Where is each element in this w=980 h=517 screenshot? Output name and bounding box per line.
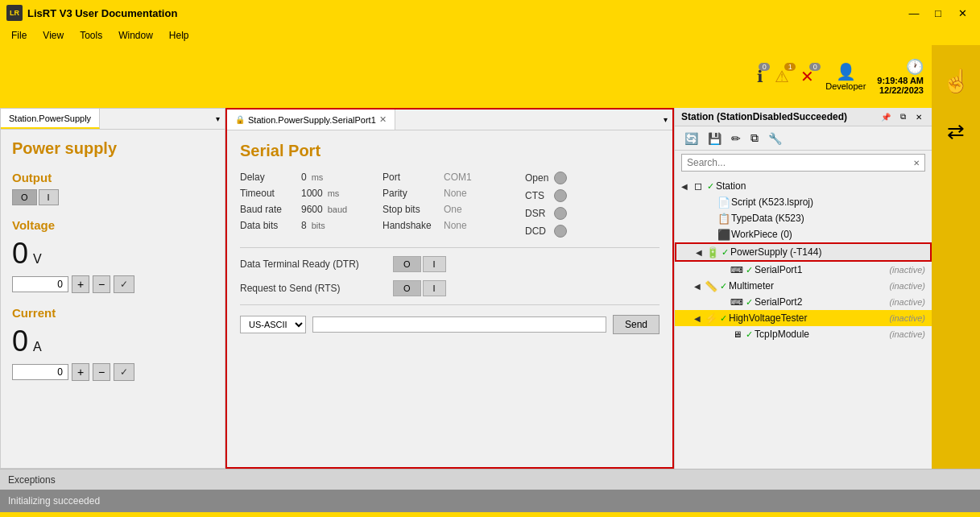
powersupply-expand[interactable]: ◀ <box>693 246 705 258</box>
tree-item-station[interactable]: ◀ ◻ ✓ Station <box>675 178 932 194</box>
error-badge: 0 <box>809 63 821 71</box>
databits-label: Data bits <box>240 220 296 231</box>
station-check: ✓ <box>707 181 714 192</box>
menu-window[interactable]: Window <box>112 28 159 43</box>
timeout-unit: ms <box>328 188 340 198</box>
serial-status: Open CTS DSR DCD <box>525 172 660 238</box>
serialport2-check: ✓ <box>746 297 753 308</box>
port-row: Port COM1 <box>382 172 517 183</box>
menu-view[interactable]: View <box>36 28 70 43</box>
middle-tab-label: Station.PowerSupply.SerialPort1 <box>248 115 376 125</box>
voltage-control: Voltage 0 V + − ✓ <box>12 218 213 293</box>
status-text: Initializing succeeded <box>8 495 100 507</box>
menu-file[interactable]: File <box>5 28 33 43</box>
middle-tab-dropdown[interactable]: ▾ <box>659 110 672 130</box>
station-expand[interactable]: ◀ <box>678 180 691 192</box>
tree-item-serialport2[interactable]: ▶ ⌨ ✓ SerialPort2 (inactive) <box>675 294 932 310</box>
tcpip-icon: 🖥 <box>730 329 744 340</box>
left-tab-dropdown[interactable]: ▾ <box>211 109 225 129</box>
refresh-tool-btn[interactable]: 🔄 <box>681 130 701 147</box>
databits-row: Data bits 8 bits <box>240 220 374 231</box>
left-tab-powersupply[interactable]: Station.PowerSupply <box>1 109 100 129</box>
middle-tab-serialport[interactable]: 🔒 Station.PowerSupply.SerialPort1 ✕ <box>227 110 395 130</box>
tree-item-typedata[interactable]: ▶ 📋 TypeData (K523) <box>675 210 932 226</box>
output-on-btn[interactable]: I <box>39 189 59 205</box>
current-plus-btn[interactable]: + <box>72 363 89 381</box>
save-tool-btn[interactable]: 💾 <box>705 130 725 147</box>
pin-button[interactable]: 📌 <box>878 111 894 122</box>
tcpip-status: (inactive) <box>889 329 928 339</box>
send-input[interactable] <box>312 316 606 333</box>
output-label: Output <box>12 171 213 184</box>
tree-item-multimeter[interactable]: ◀ 📏 ✓ Multimeter (inactive) <box>675 278 932 294</box>
serialport1-check: ✓ <box>746 265 753 275</box>
dcd-label: DCD <box>525 225 549 237</box>
tcpip-label: TcpIpModule <box>755 329 889 340</box>
databits-value: 8 <box>301 220 307 231</box>
voltage-minus-btn[interactable]: − <box>93 275 110 293</box>
multimeter-expand[interactable]: ◀ <box>691 279 704 292</box>
multimeter-check: ✓ <box>720 281 727 292</box>
search-clear-btn[interactable]: ✕ <box>908 157 924 169</box>
title-bar-left: LR LisRT V3 User Documentation <box>6 5 177 21</box>
voltage-input[interactable] <box>12 276 68 292</box>
voltage-check-btn[interactable]: ✓ <box>114 275 134 293</box>
current-minus-btn[interactable]: − <box>93 363 110 381</box>
serialport2-icon: ⌨ <box>730 296 744 308</box>
touch-icon[interactable]: ☝ <box>942 68 970 94</box>
tree-item-tcpip[interactable]: ▶ 🖥 ✓ TcpIpModule (inactive) <box>675 326 932 342</box>
tree-item-highvoltagetester[interactable]: ◀ ⚡ ✓ HighVoltageTester (inactive) <box>675 310 932 326</box>
left-panel-title: Power supply <box>12 139 213 158</box>
float-button[interactable]: ⧉ <box>897 111 909 122</box>
settings-tool-btn[interactable]: 🔧 <box>765 130 785 147</box>
output-off-btn[interactable]: O <box>12 189 37 205</box>
app-title: LisRT V3 User Documentation <box>27 7 177 19</box>
maximize-button[interactable]: □ <box>927 5 949 21</box>
menu-tools[interactable]: Tools <box>73 28 109 43</box>
dtr-on-btn[interactable]: I <box>423 256 446 272</box>
copy-tool-btn[interactable]: ⧉ <box>747 130 762 147</box>
tree-item-script[interactable]: ▶ 📄 Script (K523.lsproj) <box>675 194 932 210</box>
voltage-plus-btn[interactable]: + <box>72 275 89 293</box>
hv-label: HighVoltageTester <box>729 312 889 324</box>
right-panel-header: Station (StationDisabledSucceeded) 📌 ⧉ ✕ <box>675 108 932 126</box>
repeat-icon[interactable]: ⇄ <box>947 119 965 144</box>
send-button[interactable]: Send <box>613 315 660 334</box>
tree-item-serialport1[interactable]: ▶ ⌨ ✓ SerialPort1 (inactive) <box>675 262 932 278</box>
current-value: 0 <box>12 325 28 358</box>
app-logo: LR <box>6 5 23 21</box>
handshake-value: None <box>444 220 467 231</box>
typedata-icon: 📋 <box>717 213 731 224</box>
minimize-button[interactable]: — <box>903 5 925 21</box>
hv-expand[interactable]: ◀ <box>691 312 704 325</box>
rts-on-btn[interactable]: I <box>423 280 446 296</box>
tree-item-workpiece[interactable]: ▶ ⬛ WorkPiece (0) <box>675 226 932 242</box>
tree-item-powersupply[interactable]: ◀ 🔋 ✓ PowerSupply (-T144) <box>675 242 932 262</box>
search-input[interactable] <box>682 155 908 171</box>
parity-value: None <box>444 188 467 199</box>
close-panel-button[interactable]: ✕ <box>912 111 925 122</box>
voltage-unit: V <box>33 252 42 267</box>
rts-off-btn[interactable]: O <box>393 280 421 296</box>
powersupply-label: PowerSupply (-T144) <box>730 246 927 258</box>
serialport1-label: SerialPort1 <box>755 264 889 275</box>
rts-label: Request to Send (RTS) <box>240 283 385 294</box>
voltage-label: Voltage <box>12 218 213 232</box>
multimeter-icon: 📏 <box>704 280 718 292</box>
delay-row: Delay 0 ms <box>240 172 374 183</box>
close-button[interactable]: ✕ <box>951 5 974 21</box>
dtr-off-btn[interactable]: O <box>393 256 421 272</box>
script-icon: 📄 <box>717 196 731 208</box>
multimeter-label: Multimeter <box>729 280 889 292</box>
current-input[interactable] <box>12 364 68 380</box>
bottom-bar: Initializing succeeded <box>0 490 980 512</box>
current-check-btn[interactable]: ✓ <box>114 363 134 381</box>
menu-help[interactable]: Help <box>163 28 196 43</box>
cts-dot <box>554 189 567 202</box>
open-status: Open <box>525 172 660 184</box>
user-info: 👤 Developer <box>825 62 866 91</box>
encoding-select[interactable]: US-ASCII <box>240 316 306 333</box>
middle-tab-close[interactable]: ✕ <box>379 114 387 125</box>
edit-tool-btn[interactable]: ✏ <box>728 130 744 147</box>
stopbits-value: One <box>444 204 462 215</box>
